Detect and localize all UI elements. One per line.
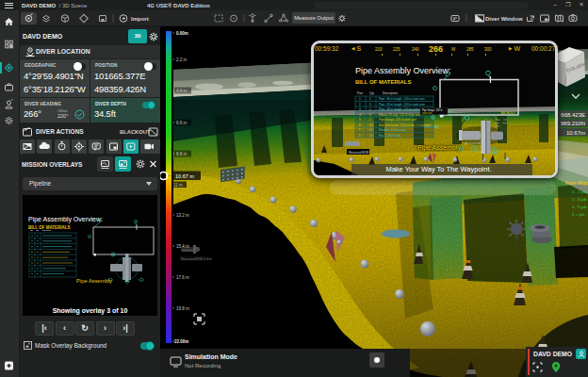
svg-text:3: 3 <box>359 107 361 111</box>
svg-text:4.4 m: 4.4 m <box>176 89 188 93</box>
svg-text:11 m: 11 m <box>173 183 183 188</box>
svg-text:13.2 m: 13.2 m <box>176 213 189 218</box>
svg-text:Import: Import <box>131 16 149 22</box>
svg-text:4: 4 <box>359 113 361 117</box>
svg-text:5: 5 <box>359 118 361 122</box>
svg-text:19.8 m: 19.8 m <box>176 306 189 311</box>
svg-text:4: 4 <box>369 113 371 117</box>
svg-text:Pipe, 18 in length, 120 in nom: Pipe, 18 in length, 120 in nom size <box>379 107 425 111</box>
svg-text:Part: Part <box>357 91 363 95</box>
svg-text:Diver Window: Diver Window <box>485 16 523 22</box>
svg-text:2: 2 <box>369 97 371 101</box>
svg-text:1: 1 <box>359 97 361 101</box>
svg-text:2.2 m: 2.2 m <box>176 57 188 62</box>
svg-text:8.8 m: 8.8 m <box>176 152 188 156</box>
svg-text:22.00m: 22.00m <box>174 339 188 344</box>
svg-text:Qty: Qty <box>369 91 374 95</box>
svg-text:nom size: nom size <box>422 111 433 115</box>
svg-text:2: 2 <box>369 118 371 122</box>
svg-text:16: 16 <box>369 128 373 132</box>
svg-text:Pipe, 36 in length, 120 in nom: Pipe, 36 in length, 120 in nom size <box>379 97 425 101</box>
svg-text:969.210N: 969.210N <box>561 121 585 126</box>
svg-text:6: 6 <box>359 123 361 127</box>
svg-text:Pipe, 24 in length, 120 in nom: Pipe, 24 in length, 120 in nom size <box>379 103 425 107</box>
svg-text:2: 2 <box>359 103 361 107</box>
svg-text:2: 2 <box>369 107 371 111</box>
svg-text:0.00m: 0.00m <box>176 31 188 36</box>
svg-text:From Waypoint: From Waypoint <box>565 181 588 186</box>
svg-text:6.6 m: 6.6 m <box>176 121 188 125</box>
svg-text:Elbow, 90 deg, 120 in nom size: Elbow, 90 deg, 120 in nom size <box>379 113 420 117</box>
svg-text:Bolt, hex head, 1.50 in size,: Bolt, hex head, 1.50 in size, 5 in lengt… <box>379 123 431 127</box>
svg-text:8: 8 <box>359 134 361 138</box>
svg-text:AS-BUILT: AS-BUILT <box>501 111 516 115</box>
svg-text:16: 16 <box>369 134 373 138</box>
svg-text:6 + yds: 6 + yds <box>572 212 585 217</box>
svg-text:10.67m: 10.67m <box>566 130 585 136</box>
svg-text:15.4 m: 15.4 m <box>176 244 189 249</box>
svg-text:3: 3 <box>369 103 371 107</box>
svg-text:2 - 3 yds: 2 - 3 yds <box>572 197 587 202</box>
svg-text:0 - 1 yds: 0 - 1 yds <box>572 189 587 194</box>
svg-text:16: 16 <box>369 123 373 127</box>
svg-text:17.6 m: 17.6 m <box>176 275 189 280</box>
svg-text:Nut, 1.50 in size: Nut, 1.50 in size <box>379 134 400 138</box>
svg-text:Pipe flange, 120 in nom size: Pipe flange, 120 in nom size <box>379 118 416 122</box>
svg-text:Measured BOM 0.00m: Measured BOM 0.00m <box>181 257 212 261</box>
svg-text:10.67 m: 10.67 m <box>175 173 194 179</box>
svg-text:668.423E: 668.423E <box>561 112 585 118</box>
svg-text:Washer, 1.50 in size: Washer, 1.50 in size <box>379 128 406 132</box>
svg-text:4 - 5 yds: 4 - 5 yds <box>572 205 587 209</box>
svg-text:Description: Description <box>383 91 398 95</box>
svg-text:7: 7 <box>359 128 361 132</box>
